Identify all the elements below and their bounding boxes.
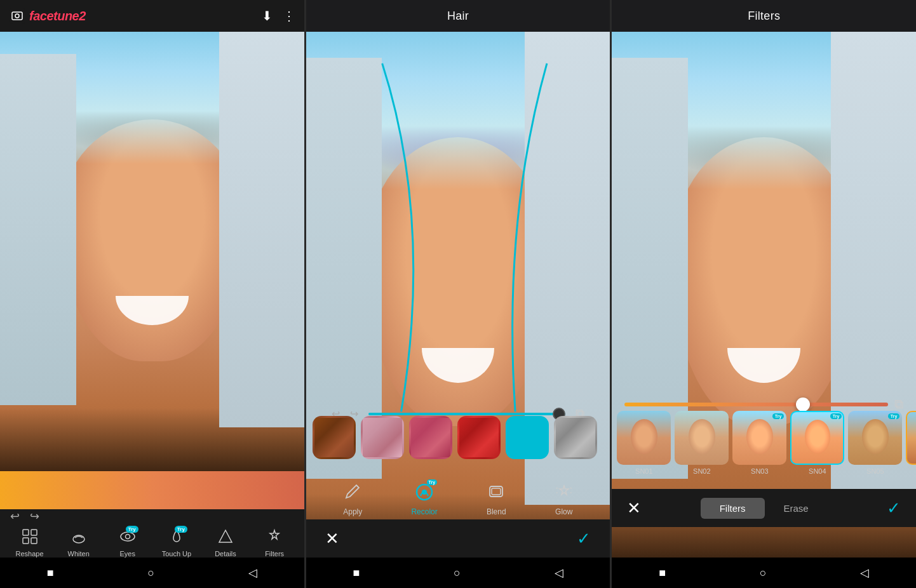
details-label: Details [215,550,236,558]
hair-blend-icon [487,483,505,505]
hair-color-pink[interactable] [409,416,452,459]
back-button-1[interactable]: ◁ [248,566,257,580]
toolbar-items: Reshape Whiten Try [0,528,304,558]
main-top-bar: facetune2 ⬇ ⋮ [0,0,304,32]
filter-thumb-sn02[interactable]: SN02 [675,411,729,475]
toolbar-item-whiten[interactable]: Whiten [54,528,103,558]
hair-slider-track[interactable] [368,413,566,415]
hair-color-red[interactable] [457,416,501,459]
filters-slider-thumb[interactable] [796,398,810,411]
filters-slider-row: ⧉ [612,397,916,411]
svg-rect-2 [23,530,29,535]
hair-tool-blend[interactable]: Blend [487,483,506,516]
home-button-2[interactable]: ○ [454,566,461,580]
filter-thumb-sn04[interactable]: Try SN04 [790,411,844,475]
tab-filters-label: Filters [720,503,746,514]
hair-confirm-button[interactable]: ✓ [577,529,591,549]
hair-color-gray[interactable] [554,416,597,459]
filter-thumb-face-sn02 [675,411,729,465]
filters-confirm-button[interactable]: ✓ [872,498,916,518]
filter-thumb-gld01[interactable]: GLD01 [906,411,916,475]
filter-label-sn03: SN03 [751,467,769,475]
touchup-label: Touch Up [162,550,191,558]
panel-filters: Filters ⧉ SN01 [612,0,916,588]
filters-copy-icon[interactable]: ⧉ [894,397,903,411]
building-left [0,54,76,406]
back-button-2[interactable]: ◁ [555,566,563,580]
filters-title: Filters [748,10,780,23]
svg-rect-3 [31,530,37,535]
details-icon-wrap [217,528,234,547]
svg-rect-13 [492,488,501,495]
home-button-1[interactable]: ○ [147,566,154,580]
hair-top-bar: Hair [306,0,610,32]
reshape-label: Reshape [16,550,44,558]
hair-recolor-wrap: Try [414,482,434,505]
smile-layer [116,296,189,325]
hair-recolor-label: Recolor [411,507,437,516]
system-nav-1: ■ ○ ◁ [0,558,304,588]
main-photo-area [0,32,304,471]
filter-thumbnails: SN01 SN02 Try SN03 Try SN04 Try SN05 [612,411,916,475]
hair-smile-layer [422,348,495,383]
hair-photo [306,32,610,558]
glow-icon [555,483,573,500]
hair-tool-recolor[interactable]: Try Recolor [411,482,437,516]
panel-main: facetune2 ⬇ ⋮ ↩ ↪ [0,0,304,588]
undo-button[interactable]: ↩ [10,509,20,523]
filter-thumb-sn01[interactable]: SN01 [617,411,671,475]
filter-label-sn02: SN02 [693,467,711,475]
stop-button-2[interactable]: ■ [353,566,360,580]
back-button-3[interactable]: ◁ [860,566,869,580]
reshape-icon-wrap [22,528,38,547]
hair-color-rose[interactable] [361,416,404,459]
filters-cancel-button[interactable]: ✕ [612,498,656,518]
filters-photo [612,32,916,558]
hair-cancel-button[interactable]: ✕ [325,529,339,549]
tab-erase[interactable]: Erase [765,498,828,519]
camera-icon [11,10,23,22]
toolbar-item-details[interactable]: Details [201,528,250,558]
touchup-try-badge: Try [175,526,187,533]
recolor-try-badge: Try [427,479,438,485]
filters-smile-layer [727,348,800,383]
filter-thumb-sn05[interactable]: Try SN05 [848,411,902,475]
hair-action-bar: ✕ ✓ [306,519,610,558]
hair-color-brown[interactable] [313,416,356,459]
whiten-icon [71,528,87,545]
toolbar-item-eyes[interactable]: Try Eyes [103,528,152,558]
redo-button[interactable]: ↪ [30,509,39,523]
hair-tools: Apply Try Recolor [306,482,610,516]
hair-glow-label: Glow [555,507,572,516]
top-bar-actions: ⬇ ⋮ [262,8,295,23]
hair-color-cyan[interactable] [506,416,549,459]
app-icon [9,8,25,24]
stop-button-3[interactable]: ■ [659,566,666,580]
bottom-toolbar: ↩ ↪ Reshape [0,509,304,558]
toolbar-item-reshape[interactable]: Reshape [5,528,54,558]
stop-button-1[interactable]: ■ [47,566,54,580]
hair-apply-label: Apply [343,507,362,516]
svg-rect-5 [31,538,37,544]
reshape-icon [22,528,38,545]
filters-bottom-bar: ✕ Filters Erase ✓ [612,489,916,527]
hair-tool-apply[interactable]: Apply [343,483,362,516]
hair-apply-icon [344,483,361,505]
hair-blend-label: Blend [487,507,506,516]
more-icon[interactable]: ⋮ [283,8,295,23]
toolbar-item-filters[interactable]: Filters [250,528,299,558]
filter-label-sn05: SN05 [866,467,884,475]
filter-thumb-sn03[interactable]: Try SN03 [732,411,786,475]
toolbar-item-touchup[interactable]: Try Touch Up [152,528,201,558]
home-button-3[interactable]: ○ [760,566,767,580]
download-icon[interactable]: ⬇ [262,8,273,23]
svg-rect-0 [12,12,22,20]
filters-slider-track[interactable] [624,403,888,406]
whiten-icon-wrap [71,528,87,547]
tab-filters[interactable]: Filters [701,498,765,519]
filter-thumb-face-sn01 [617,411,671,465]
hair-tool-glow[interactable]: Glow [555,483,573,516]
logo-area: facetune2 [9,8,262,24]
eyes-icon-wrap: Try [119,528,136,547]
filters-icon [266,528,283,545]
